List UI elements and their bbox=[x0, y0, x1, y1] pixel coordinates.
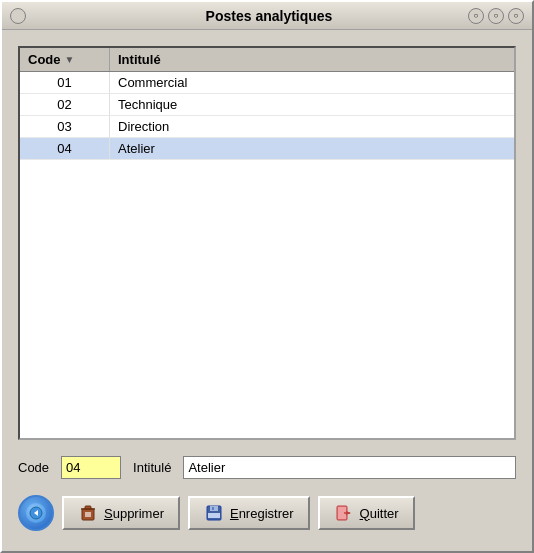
enregistrer-label: Enregistrer bbox=[230, 506, 294, 521]
code-label: Code bbox=[18, 460, 49, 475]
table-row[interactable]: 03 Direction bbox=[20, 116, 514, 138]
table-row[interactable]: 04 Atelier bbox=[20, 138, 514, 160]
buttons-row: Supprimer Enregistrer bbox=[18, 495, 516, 535]
intitule-label: Intitulé bbox=[133, 460, 171, 475]
enregistrer-icon bbox=[204, 503, 224, 523]
window-controls: ○ ○ ○ bbox=[468, 8, 524, 24]
table-row[interactable]: 02 Technique bbox=[20, 94, 514, 116]
table-row[interactable]: 01 Commercial bbox=[20, 72, 514, 94]
intitule-column-label: Intitulé bbox=[118, 52, 161, 67]
nav-icon bbox=[26, 503, 46, 523]
main-window: Postes analytiques ○ ○ ○ Code ▼ Intitulé… bbox=[0, 0, 534, 553]
cell-code: 02 bbox=[20, 94, 110, 115]
svg-rect-9 bbox=[208, 513, 220, 518]
column-header-intitule[interactable]: Intitulé bbox=[110, 48, 514, 71]
window-title: Postes analytiques bbox=[70, 8, 468, 24]
cell-intitule: Direction bbox=[110, 116, 514, 137]
quitter-button[interactable]: Quitter bbox=[318, 496, 415, 530]
svg-rect-10 bbox=[212, 507, 214, 510]
cell-code: 04 bbox=[20, 138, 110, 159]
code-column-label: Code bbox=[28, 52, 61, 67]
form-row: Code Intitulé bbox=[18, 456, 516, 479]
cell-intitule: Commercial bbox=[110, 72, 514, 93]
quitter-label: Quitter bbox=[360, 506, 399, 521]
window-content: Code ▼ Intitulé 01 Commercial 02 Techniq… bbox=[2, 30, 532, 551]
cell-code: 03 bbox=[20, 116, 110, 137]
column-header-code[interactable]: Code ▼ bbox=[20, 48, 110, 71]
data-table: Code ▼ Intitulé 01 Commercial 02 Techniq… bbox=[18, 46, 516, 440]
close-btn[interactable]: ○ bbox=[508, 8, 524, 24]
sort-arrow-icon: ▼ bbox=[65, 54, 75, 65]
quitter-icon bbox=[334, 503, 354, 523]
minimize-btn[interactable]: ○ bbox=[468, 8, 484, 24]
cell-code: 01 bbox=[20, 72, 110, 93]
supprimer-label: Supprimer bbox=[104, 506, 164, 521]
window-control-btn[interactable] bbox=[10, 8, 26, 24]
nav-button[interactable] bbox=[18, 495, 54, 531]
intitule-input[interactable] bbox=[183, 456, 516, 479]
table-header: Code ▼ Intitulé bbox=[20, 48, 514, 72]
supprimer-button[interactable]: Supprimer bbox=[62, 496, 180, 530]
cell-intitule: Technique bbox=[110, 94, 514, 115]
cell-intitule: Atelier bbox=[110, 138, 514, 159]
title-bar: Postes analytiques ○ ○ ○ bbox=[2, 2, 532, 30]
restore-btn[interactable]: ○ bbox=[488, 8, 504, 24]
supprimer-icon bbox=[78, 503, 98, 523]
table-body: 01 Commercial 02 Technique 03 Direction … bbox=[20, 72, 514, 438]
code-input[interactable] bbox=[61, 456, 121, 479]
enregistrer-button[interactable]: Enregistrer bbox=[188, 496, 310, 530]
